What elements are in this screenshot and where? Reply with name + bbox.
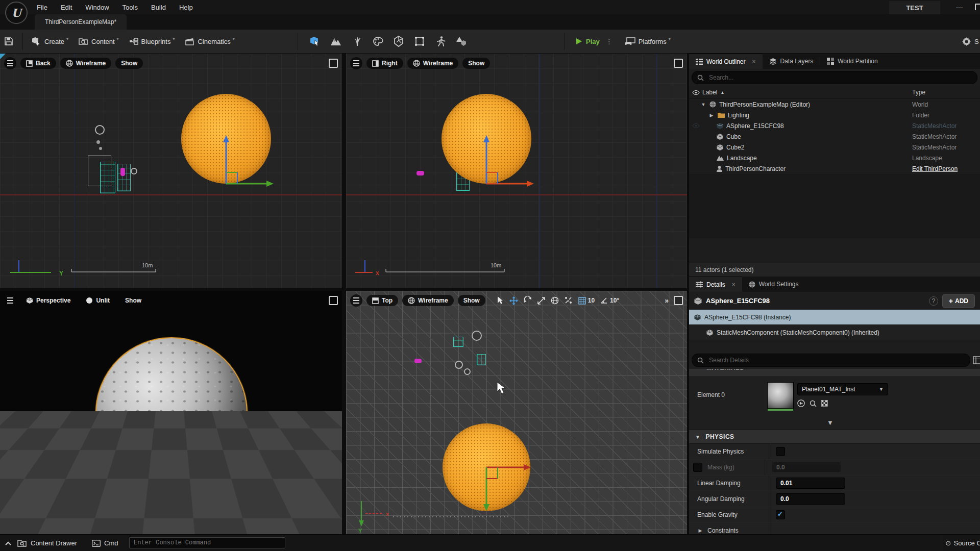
tab-details[interactable]: Details× xyxy=(689,277,742,292)
show-button[interactable]: Show xyxy=(115,58,143,69)
translate-gizmo[interactable] xyxy=(0,54,342,288)
type-column-header[interactable]: Type xyxy=(912,89,980,96)
mass-override-checkbox[interactable] xyxy=(693,463,702,472)
menu-tools[interactable]: Tools xyxy=(122,4,138,11)
rotate-tool-icon[interactable] xyxy=(524,296,532,305)
viewport-maximize-icon[interactable] xyxy=(674,296,683,305)
viewport-maximize-icon[interactable] xyxy=(674,59,683,68)
level-tab[interactable]: ThirdPersonExampleMap* xyxy=(35,14,127,30)
select-tool-icon[interactable] xyxy=(497,296,504,305)
settings-button[interactable]: S xyxy=(962,30,980,53)
viewport-maximize-icon[interactable] xyxy=(329,296,338,305)
tab-world-partition[interactable]: World Partition xyxy=(820,54,884,69)
outliner-row-world[interactable]: ▼ ThirdPersonExampleMap (Editor) World xyxy=(689,99,980,110)
show-button[interactable]: Show xyxy=(458,295,485,306)
details-search[interactable] xyxy=(692,354,970,367)
tab-world-outliner[interactable]: World Outliner× xyxy=(689,54,763,69)
outliner-row-lighting[interactable]: ▶ Lighting Folder xyxy=(689,110,980,120)
play-button[interactable]: Play xyxy=(575,37,600,45)
toolbar-overflow-chevrons[interactable]: » xyxy=(665,296,669,305)
viewport-menu-icon[interactable] xyxy=(4,57,16,69)
world-local-toggle-icon[interactable] xyxy=(551,296,559,305)
scale-tool-icon[interactable] xyxy=(537,297,545,305)
save-button[interactable] xyxy=(4,37,13,46)
component-row-instance[interactable]: ASphere_E15CFC98 (Instance) xyxy=(689,310,980,325)
browse-to-asset-icon[interactable] xyxy=(810,400,817,407)
viewport-maximize-icon[interactable] xyxy=(329,59,338,68)
physics-row-constraints[interactable]: ▶Constraints xyxy=(689,523,980,534)
platforms-button[interactable]: Platforms▾ xyxy=(624,37,671,46)
material-combobox[interactable]: Planet01_MAT_Inst ▼ xyxy=(797,383,888,395)
eye-column-icon[interactable] xyxy=(689,90,702,95)
content-button[interactable]: Content▾ xyxy=(79,37,119,46)
brush-mode-icon[interactable] xyxy=(455,35,468,48)
rotation-snap-toggle[interactable]: 10° xyxy=(600,297,619,304)
help-circle-icon[interactable]: ? xyxy=(929,296,938,306)
move-tool-icon[interactable] xyxy=(509,296,518,305)
foliage-mode-icon[interactable] xyxy=(350,35,363,48)
label-column-header[interactable]: Label xyxy=(702,89,717,96)
viewport-menu-icon[interactable] xyxy=(4,294,16,307)
show-button[interactable]: Show xyxy=(462,58,490,69)
component-row-staticmesh[interactable]: StaticMeshComponent (StaticMeshComponent… xyxy=(689,325,980,340)
blueprints-button[interactable]: Blueprints▾ xyxy=(129,37,175,46)
add-component-button[interactable]: +ADD xyxy=(942,294,975,308)
simulate-physics-checkbox[interactable] xyxy=(776,447,785,456)
viewport-type-button[interactable]: Back xyxy=(20,58,56,69)
details-search-input[interactable] xyxy=(708,356,965,364)
tab-close-icon[interactable]: × xyxy=(752,58,755,65)
tab-data-layers[interactable]: Data Layers xyxy=(763,54,820,69)
show-button[interactable]: Show xyxy=(119,295,147,306)
view-mode-button[interactable]: Wireframe xyxy=(407,58,459,69)
outliner-row-cube2[interactable]: Cube2 StaticMeshActor xyxy=(689,142,980,153)
menu-file[interactable]: File xyxy=(37,4,47,11)
viewport-top[interactable]: Y x Top Wireframe Show xyxy=(346,291,687,534)
outliner-row-thirdpersoncharacter[interactable]: ThirdPersonCharacter Edit ThirdPerson xyxy=(689,163,980,174)
viewport-perspective[interactable]: z Perspective Unlit Show xyxy=(0,291,342,534)
viewport-type-button[interactable]: Perspective xyxy=(20,295,76,306)
minimize-button[interactable]: — xyxy=(953,1,966,13)
use-selected-asset-icon[interactable] xyxy=(797,399,805,407)
cube-actor[interactable] xyxy=(305,445,314,453)
viewport-right[interactable]: x 10m Right Wireframe Show xyxy=(346,54,687,288)
menu-window[interactable]: Window xyxy=(85,4,109,11)
modeling-mode-icon[interactable] xyxy=(413,35,426,48)
viewport-type-button[interactable]: Top xyxy=(366,295,398,306)
collapse-caret-icon[interactable]: ▶ xyxy=(708,113,715,118)
view-mode-button[interactable]: Wireframe xyxy=(60,58,112,69)
asset-picker-icon[interactable] xyxy=(821,400,828,407)
console-command-input[interactable] xyxy=(129,537,285,548)
translate-gizmo[interactable] xyxy=(0,291,342,534)
expand-section-chevron[interactable]: ▼ xyxy=(827,419,834,427)
expand-caret-icon[interactable]: ▼ xyxy=(700,102,706,107)
section-materials-header[interactable]: MATERIALS xyxy=(689,369,980,377)
source-control-button[interactable]: Source Co xyxy=(941,535,980,551)
outliner-row-asphere[interactable]: ASphere_E15CFC98 StaticMeshActor xyxy=(689,120,980,131)
edit-blueprint-link[interactable]: Edit ThirdPerson xyxy=(912,165,958,172)
animation-mode-icon[interactable] xyxy=(434,35,447,48)
enable-gravity-checkbox[interactable] xyxy=(776,510,785,519)
menu-help[interactable]: Help xyxy=(179,4,193,11)
cmd-button[interactable]: Cmd xyxy=(92,535,118,551)
angular-damping-input[interactable] xyxy=(776,493,845,505)
view-mode-button[interactable]: Unlit xyxy=(80,295,115,306)
outliner-search-input[interactable] xyxy=(708,73,972,82)
tab-close-icon[interactable]: × xyxy=(732,281,736,288)
viewport-menu-icon[interactable] xyxy=(350,57,362,69)
create-button[interactable]: Create▾ xyxy=(32,37,68,46)
tab-world-settings[interactable]: World Settings xyxy=(742,277,805,292)
view-options-icon[interactable] xyxy=(973,356,980,364)
mass-input[interactable] xyxy=(772,462,841,473)
translate-gizmo[interactable] xyxy=(346,54,687,288)
content-drawer-button[interactable]: Content Drawer xyxy=(17,535,77,551)
visibility-eye-icon[interactable] xyxy=(689,123,702,128)
view-mode-button[interactable]: Wireframe xyxy=(402,295,454,306)
mesh-paint-mode-icon[interactable] xyxy=(371,35,384,48)
linear-damping-input[interactable] xyxy=(776,478,845,489)
outliner-search[interactable] xyxy=(692,71,977,84)
landscape-mode-icon[interactable] xyxy=(329,35,342,48)
grid-snap-toggle[interactable]: 10 xyxy=(578,297,595,305)
fracture-mode-icon[interactable] xyxy=(392,35,405,48)
menu-build[interactable]: Build xyxy=(151,4,166,11)
expand-drawer-chevron[interactable] xyxy=(5,535,11,551)
